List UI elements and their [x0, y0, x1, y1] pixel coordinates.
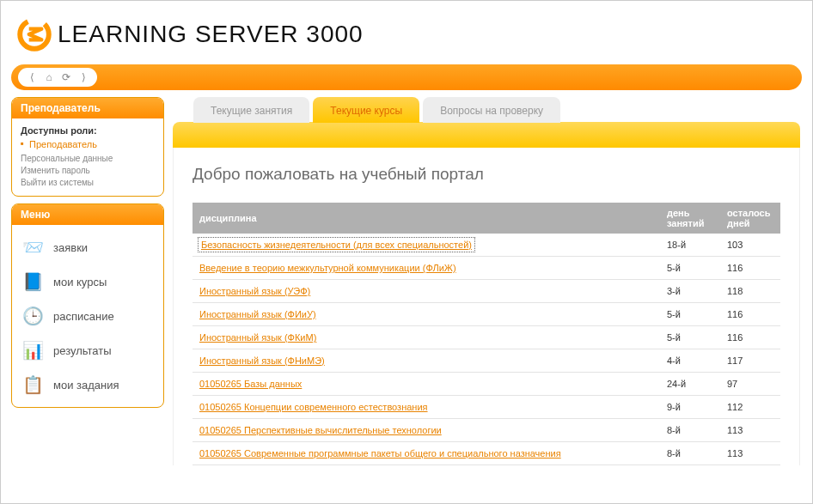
- cell-left: 113: [720, 419, 780, 442]
- course-link[interactable]: Иностранный язык (УЭФ): [199, 286, 310, 296]
- menu-icon: 📊: [19, 338, 46, 362]
- nav-pill: ⟨ ⌂ ⟳ ⟩: [18, 68, 97, 87]
- personal-data-link[interactable]: Персональные данные: [21, 153, 155, 165]
- menu-label: результаты: [53, 344, 112, 357]
- menu-item-мои курсы[interactable]: 📘мои курсы: [15, 264, 160, 299]
- logo-text: Learning Server 3000: [58, 21, 364, 48]
- home-icon[interactable]: ⌂: [42, 70, 56, 84]
- cell-day: 5-й: [660, 326, 720, 349]
- cell-discipline: Иностранный язык (ФИиУ): [193, 303, 660, 326]
- cell-left: 117: [720, 349, 780, 373]
- menu-item-заявки[interactable]: 📨заявки: [15, 230, 160, 264]
- page-title: Добро пожаловать на учебный портал: [193, 165, 780, 184]
- cell-day: 8-й: [660, 442, 720, 465]
- table-row: Безопасность жизнедеятельности (для всех…: [193, 234, 780, 257]
- menu-label: расписание: [53, 310, 114, 323]
- cell-left: 103: [720, 234, 780, 257]
- menu-label: мои задания: [53, 379, 119, 392]
- table-row: Иностранный язык (ФНиМЭ)4-й117: [193, 349, 780, 373]
- course-link[interactable]: Введение в теорию межкультурной коммуник…: [199, 263, 456, 273]
- cell-day: 8-й: [660, 419, 720, 442]
- sidebar: Преподаватель Доступны роли: Преподавате…: [1, 97, 164, 465]
- menu-item-результаты[interactable]: 📊результаты: [15, 333, 160, 367]
- logo-bar: Learning Server 3000: [1, 1, 812, 64]
- role-item[interactable]: Преподаватель: [21, 139, 155, 149]
- cell-discipline: Иностранный язык (ФНиМЭ): [193, 349, 660, 373]
- cell-left: 113: [720, 442, 780, 465]
- table-row: Иностранный язык (ФИиУ)5-й116: [193, 303, 780, 326]
- menu-label: заявки: [53, 241, 88, 254]
- cell-day: 24-й: [660, 373, 720, 396]
- table-row: 01050265 Базы данных24-й97: [193, 373, 780, 396]
- menu-panel: Меню 📨заявки📘мои курсы🕒расписание📊резуль…: [11, 203, 164, 408]
- svg-point-0: [16, 16, 52, 52]
- table-row: Иностранный язык (УЭФ)3-й118: [193, 280, 780, 303]
- course-link[interactable]: Иностранный язык (ФИиУ): [199, 309, 316, 319]
- table-row: 01050265 Перспективные вычислительные те…: [193, 419, 780, 442]
- col-discipline: дисциплина: [193, 203, 660, 234]
- cell-day: 5-й: [660, 257, 720, 280]
- role-panel-header: Преподаватель: [12, 98, 163, 118]
- cell-discipline: 01050265 Современные программные пакеты …: [193, 442, 660, 465]
- tab-underbar: [173, 122, 800, 148]
- menu-panel-header: Меню: [12, 204, 163, 225]
- col-left: осталось дней: [720, 203, 780, 234]
- cell-discipline: Иностранный язык (ФКиМ): [193, 326, 660, 349]
- menu-item-мои задания[interactable]: 📋мои задания: [15, 367, 160, 402]
- back-icon[interactable]: ⟨: [25, 70, 39, 84]
- cell-left: 97: [720, 373, 780, 396]
- menu-icon: 🕒: [19, 304, 46, 328]
- main-area: Текущие занятияТекущие курсыВопросы на п…: [164, 97, 812, 465]
- course-link[interactable]: 01050265 Перспективные вычислительные те…: [199, 425, 442, 435]
- cell-left: 116: [720, 326, 780, 349]
- logo-icon: [16, 16, 52, 52]
- cell-discipline: 01050265 Концепции современного естество…: [193, 396, 660, 419]
- cell-day: 18-й: [660, 234, 720, 257]
- tab-2[interactable]: Вопросы на проверку: [423, 97, 560, 123]
- table-row: 01050265 Современные программные пакеты …: [193, 442, 780, 465]
- course-link[interactable]: 01050265 Концепции современного естество…: [199, 402, 428, 412]
- menu-icon: 📨: [19, 235, 46, 259]
- col-day: день занятий: [660, 203, 720, 234]
- cell-day: 3-й: [660, 280, 720, 303]
- cell-left: 112: [720, 396, 780, 419]
- cell-day: 9-й: [660, 396, 720, 419]
- content: Добро пожаловать на учебный портал дисци…: [173, 148, 800, 465]
- tabs: Текущие занятияТекущие курсыВопросы на п…: [193, 97, 800, 123]
- course-link[interactable]: Иностранный язык (ФНиМЭ): [199, 355, 325, 366]
- cell-discipline: Введение в теорию межкультурной коммуник…: [193, 257, 660, 280]
- course-link[interactable]: 01050265 Современные программные пакеты …: [199, 448, 561, 458]
- refresh-icon[interactable]: ⟳: [59, 70, 73, 84]
- cell-left: 118: [720, 280, 780, 303]
- cell-discipline: Иностранный язык (УЭФ): [193, 280, 660, 303]
- cell-discipline: 01050265 Перспективные вычислительные те…: [193, 419, 660, 442]
- table-row: 01050265 Концепции современного естество…: [193, 396, 780, 419]
- cell-left: 116: [720, 303, 780, 326]
- course-link[interactable]: Безопасность жизнедеятельности (для всех…: [199, 239, 474, 251]
- course-link[interactable]: Иностранный язык (ФКиМ): [199, 332, 316, 343]
- cell-day: 4-й: [660, 349, 720, 373]
- tab-1[interactable]: Текущие курсы: [313, 97, 419, 123]
- change-password-link[interactable]: Изменить пароль: [21, 165, 155, 177]
- menu-icon: 📋: [19, 373, 46, 397]
- forward-icon[interactable]: ⟩: [76, 70, 90, 84]
- tab-0[interactable]: Текущие занятия: [193, 97, 309, 123]
- table-row: Иностранный язык (ФКиМ)5-й116: [193, 326, 780, 349]
- cell-day: 5-й: [660, 303, 720, 326]
- menu-label: мои курсы: [53, 276, 107, 288]
- role-panel: Преподаватель Доступны роли: Преподавате…: [11, 97, 164, 197]
- table-row: Введение в теорию межкультурной коммуник…: [193, 257, 780, 280]
- toolbar: ⟨ ⌂ ⟳ ⟩: [11, 64, 802, 90]
- course-link[interactable]: 01050265 Базы данных: [199, 379, 302, 389]
- menu-icon: 📘: [19, 270, 46, 294]
- logout-link[interactable]: Выйти из системы: [21, 177, 155, 189]
- cell-discipline: Безопасность жизнедеятельности (для всех…: [193, 234, 660, 257]
- cell-left: 116: [720, 257, 780, 280]
- menu-item-расписание[interactable]: 🕒расписание: [15, 299, 160, 333]
- cell-discipline: 01050265 Базы данных: [193, 373, 660, 396]
- courses-table: дисциплина день занятий осталось дней Бе…: [193, 203, 780, 465]
- roles-label: Доступны роли:: [21, 125, 155, 136]
